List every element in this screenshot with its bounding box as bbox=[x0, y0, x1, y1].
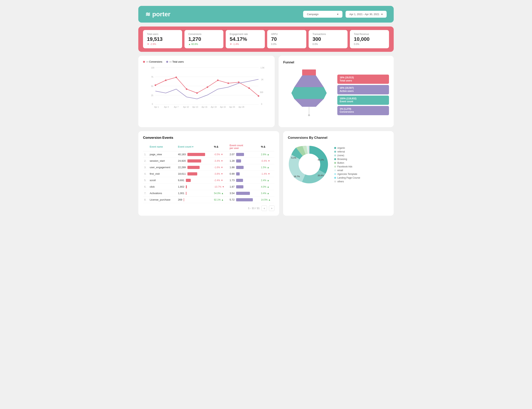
prev-page-button[interactable]: ‹ bbox=[261, 206, 267, 211]
col-event-count: Event count ▾ bbox=[177, 143, 213, 151]
row-change2-0: 2.6% ▲ bbox=[260, 151, 275, 158]
channel-title: Conversions By Channel bbox=[288, 136, 389, 140]
row-change2-6: 3.4% ▲ bbox=[260, 190, 275, 196]
svg-text:20.6%: 20.6% bbox=[318, 174, 324, 177]
svg-marker-38 bbox=[291, 93, 327, 99]
chart-legend: — Conversions — Total users bbox=[143, 60, 270, 63]
svg-point-20 bbox=[217, 80, 219, 81]
funnel-label-total-users: 16% (19,513)Total users bbox=[337, 75, 389, 84]
svg-point-42 bbox=[299, 154, 320, 175]
row-num-2: 3. bbox=[143, 164, 149, 171]
legend-dot-users bbox=[166, 61, 168, 63]
header-controls: Campaign ▾ Apr 1, 2021 - Apr 30, 2021 ▾ bbox=[303, 11, 387, 18]
svg-point-15 bbox=[165, 80, 167, 81]
dot-button bbox=[334, 162, 336, 164]
row-change1-6: 54.0% ▲ bbox=[213, 190, 228, 196]
legend-agencies: Agencies Template bbox=[334, 173, 360, 175]
row-name-5: click bbox=[149, 183, 177, 190]
stat-card-2: Engagement rate 54.17% ▼ -1.4% bbox=[226, 30, 265, 48]
next-page-button[interactable]: › bbox=[269, 206, 275, 211]
label-browsing: Browsing bbox=[337, 158, 347, 161]
row-per-user-4: 1.73 bbox=[228, 177, 260, 183]
bottom-row: Conversion Events Event name Event count… bbox=[138, 131, 394, 216]
row-change1-7: 92.1% ▲ bbox=[213, 196, 228, 203]
bar-purple-7 bbox=[236, 198, 253, 201]
legend-label-users: — Total users bbox=[169, 60, 184, 63]
row-change1-3: -3.8% ▼ bbox=[213, 171, 228, 177]
donut-container: 43.1% 20.6% 18.7% 6.1% organic referral bbox=[288, 143, 389, 187]
label-agencies: Agencies Template bbox=[337, 173, 357, 175]
dot-facebook bbox=[334, 166, 336, 168]
date-range-select[interactable]: Apr 1, 2021 - Apr 30, 2021 ▾ bbox=[346, 11, 387, 18]
row-per-user-0: 2.07 bbox=[228, 151, 260, 158]
dot-email bbox=[334, 169, 336, 171]
funnel-labels: 16% (19,513)Total users 16% (19,507)Acti… bbox=[337, 75, 389, 115]
row-name-1: session_start bbox=[149, 158, 177, 164]
row-change1-2: -1.6% ▼ bbox=[213, 164, 228, 171]
bar-purple-4 bbox=[236, 179, 243, 182]
col-event-name: Event name bbox=[149, 143, 177, 151]
conversion-table-title: Conversion Events bbox=[143, 136, 275, 140]
col-change1: % Δ bbox=[213, 143, 228, 151]
svg-text:43.1%: 43.1% bbox=[318, 159, 324, 161]
stat-value-1: 1,270 bbox=[188, 36, 220, 42]
bar-pink-3 bbox=[187, 172, 197, 175]
funnel-label-conversions: 1% (1,270)Conversions bbox=[337, 106, 389, 115]
stat-card-3: ARPU 70 0.0% bbox=[267, 30, 306, 48]
dot-agencies bbox=[334, 173, 336, 175]
dot-none bbox=[334, 155, 336, 156]
campaign-select[interactable]: Campaign ▾ bbox=[303, 11, 342, 18]
stat-change-5: 0.0% bbox=[354, 43, 385, 45]
row-num-4: 5. bbox=[143, 177, 149, 183]
row-per-user-7: 5.72 bbox=[228, 196, 260, 203]
funnel-svg bbox=[287, 67, 331, 122]
svg-text:Apr 16: Apr 16 bbox=[201, 106, 208, 108]
col-num bbox=[143, 143, 149, 151]
label-none: (none) bbox=[337, 154, 344, 157]
stat-change-0: ▼ -2.9% bbox=[147, 43, 178, 45]
bar-pink-0 bbox=[187, 153, 205, 156]
logo-text: porter bbox=[152, 11, 170, 18]
table-row: 1. page_view 40,183 -0.5% ▼ 2.07 2.6% ▲ bbox=[143, 151, 275, 158]
row-per-user-1: 1.28 bbox=[228, 158, 260, 164]
row-per-user-3: 0.99 bbox=[228, 171, 260, 177]
svg-text:Apr 1: Apr 1 bbox=[154, 106, 159, 108]
pagination-text: 1 - 11 / 11 bbox=[248, 207, 260, 209]
row-num-6: 7. bbox=[143, 190, 149, 196]
row-change2-1: -0.4% ▼ bbox=[260, 158, 275, 164]
logo: ≋ porter bbox=[145, 11, 170, 18]
label-email: email bbox=[337, 169, 343, 172]
stat-card-5: Total Revenue 10,000 0.0% bbox=[350, 30, 389, 48]
stat-card-1: Conversions 1,270 ▲ 60.8% bbox=[184, 30, 224, 48]
legend-users: — Total users bbox=[166, 60, 184, 63]
bar-pink-1 bbox=[187, 159, 201, 163]
dot-landing bbox=[334, 177, 336, 179]
svg-marker-39 bbox=[294, 99, 324, 107]
funnel-label-active-users: 16% (19,507)Active users bbox=[337, 85, 389, 94]
donut-labels: organic referral (none) Browsing bbox=[334, 147, 360, 183]
row-count-6: 1,001 bbox=[177, 190, 213, 196]
label-others: others bbox=[337, 180, 344, 183]
legend-landing: Landing Page Course bbox=[334, 176, 360, 179]
row-num-7: 8. bbox=[143, 196, 149, 203]
label-organic: organic bbox=[337, 147, 345, 149]
row-count-5: 1,802 bbox=[177, 183, 213, 190]
row-per-user-6: 3.54 bbox=[228, 190, 260, 196]
table-row: 8. License_purchase 269 92.1% ▲ 5.72 14.… bbox=[143, 196, 275, 203]
svg-text:6.1%: 6.1% bbox=[291, 157, 296, 159]
line-chart-card: — Conversions — Total users 100 75 50 25… bbox=[138, 56, 275, 127]
stat-value-5: 10,000 bbox=[354, 36, 385, 42]
funnel-visual bbox=[283, 67, 335, 122]
svg-text:Apr 13: Apr 13 bbox=[192, 106, 198, 108]
table-row: 4. first_visit 18,611 -3.8% ▼ 0.99 -1.4%… bbox=[143, 171, 275, 177]
legend-facebook: Facebook Ads bbox=[334, 165, 360, 168]
stat-change-4: 0.0% bbox=[313, 43, 344, 45]
table-row: 3. user_engagement 22,289 -1.6% ▼ 1.88 1… bbox=[143, 164, 275, 171]
stat-label-2: Engagement rate bbox=[230, 33, 261, 36]
row-change1-4: -2.4% ▼ bbox=[213, 177, 228, 183]
svg-point-14 bbox=[155, 84, 156, 86]
svg-point-22 bbox=[238, 82, 239, 83]
bar-purple-1 bbox=[236, 159, 241, 163]
label-button: Button bbox=[337, 162, 344, 164]
svg-point-23 bbox=[248, 87, 250, 89]
